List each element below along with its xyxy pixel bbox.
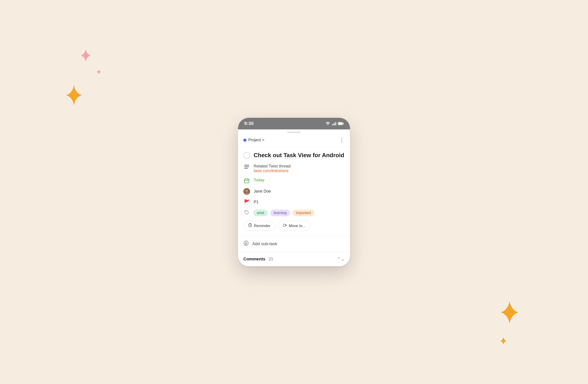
svg-rect-13 — [245, 180, 249, 180]
add-subtask-row[interactable]: Add sub-task — [238, 236, 350, 252]
subtask-icon — [243, 240, 249, 247]
battery-icon — [338, 122, 344, 125]
comments-left: Comments 21 — [243, 257, 273, 262]
tags-list: work learning important — [253, 210, 315, 216]
task-priority-row: 🚩 P1 — [243, 199, 345, 206]
phone-device: 9:30 — [238, 118, 350, 267]
app-content: Project > ⋮ Check out Task View for Andr… — [238, 133, 350, 267]
task-due-date-row: Today — [243, 177, 345, 184]
project-breadcrumb[interactable]: Project > — [243, 138, 264, 142]
tag-learning[interactable]: learning — [270, 210, 290, 216]
comments-label: Comments — [243, 257, 265, 262]
sparkle-gold-large-icon — [64, 85, 84, 105]
tag-important[interactable]: important — [293, 210, 315, 216]
svg-rect-8 — [244, 166, 249, 167]
move-to-label: Move to... — [289, 224, 306, 228]
svg-rect-5 — [343, 123, 344, 124]
move-to-button[interactable]: Move to... — [278, 221, 310, 231]
description-icon — [243, 163, 250, 170]
task-complete-checkbox[interactable] — [243, 152, 250, 159]
assignee-name[interactable]: Jane Doe — [254, 188, 271, 194]
status-bar: 9:30 — [238, 118, 350, 129]
svg-rect-2 — [334, 123, 335, 125]
assignee-avatar — [243, 188, 250, 195]
expand-comments-icon[interactable]: ⌃⌄ — [337, 256, 345, 262]
task-header: Project > ⋮ — [238, 133, 350, 147]
task-section: Check out Task View for Android Related … — [238, 147, 350, 236]
move-to-icon — [283, 223, 287, 228]
sparkle-pink-small-icon — [96, 69, 101, 74]
reminder-button[interactable]: Reminder — [243, 221, 275, 231]
svg-rect-10 — [245, 179, 249, 183]
comments-row[interactable]: Comments 21 ⌃⌄ — [238, 252, 350, 266]
task-assignee-row: Jane Doe — [243, 188, 345, 195]
svg-rect-0 — [332, 124, 333, 125]
priority-label[interactable]: P1 — [254, 199, 259, 204]
subtask-label: Add sub-task — [252, 241, 277, 246]
label-tag-icon — [243, 210, 250, 216]
due-date-label[interactable]: Today — [254, 177, 264, 182]
svg-rect-6 — [338, 122, 342, 124]
svg-rect-1 — [333, 123, 334, 125]
description-text: Related Twist thread: — [254, 164, 292, 168]
calendar-icon — [243, 177, 250, 184]
task-labels-row: work learning important — [243, 210, 345, 216]
svg-rect-3 — [336, 122, 336, 125]
svg-rect-11 — [245, 178, 246, 180]
signal-icon — [332, 122, 336, 125]
status-icons — [325, 122, 344, 125]
action-buttons: Reminder Move to... — [243, 221, 345, 231]
status-time: 9:30 — [244, 121, 254, 126]
more-options-button[interactable]: ⋮ — [339, 137, 345, 143]
reminder-label: Reminder — [254, 224, 271, 228]
description-link[interactable]: twist.com/linkishere — [254, 169, 289, 173]
svg-point-16 — [246, 190, 248, 192]
svg-point-17 — [246, 211, 246, 212]
svg-rect-7 — [244, 165, 249, 165]
project-dot — [243, 139, 247, 142]
task-title: Check out Task View for Android — [254, 152, 344, 159]
project-label: Project > — [248, 138, 264, 142]
svg-rect-12 — [248, 178, 248, 180]
priority-flag-icon: 🚩 — [243, 199, 250, 206]
wifi-icon — [325, 122, 330, 125]
svg-rect-9 — [244, 168, 248, 169]
sparkle-gold-right-large-icon — [498, 301, 521, 324]
reminder-icon — [248, 223, 252, 228]
sparkle-pink-icon — [80, 49, 92, 62]
comments-count: 21 — [269, 257, 273, 262]
task-title-row: Check out Task View for Android — [243, 152, 345, 159]
task-description: Related Twist thread: twist.com/linkishe… — [254, 163, 345, 173]
task-description-row: Related Twist thread: twist.com/linkishe… — [243, 163, 345, 173]
sparkle-gold-right-small-icon — [500, 337, 507, 345]
tag-work[interactable]: work — [253, 210, 268, 216]
